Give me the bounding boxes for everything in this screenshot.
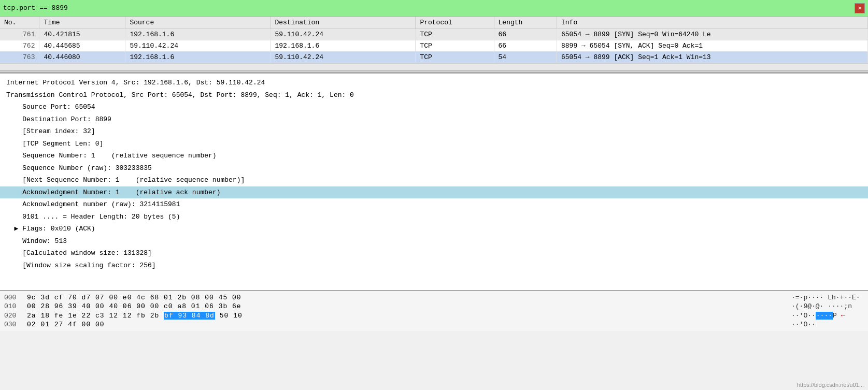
table-cell: 54 (494, 52, 557, 63)
filter-bar: tcp.port == 8899 ✕ (0, 0, 868, 17)
hex-ascii: ·=·p···· Lh·+··E· (791, 294, 864, 301)
packet-table-header: No. Time Source Destination Protocol Len… (0, 17, 868, 29)
col-protocol: Protocol (416, 17, 494, 29)
detail-line: [Window size scaling factor: 256] (0, 259, 868, 272)
watermark: https://blog.csdn.net/u01... (797, 382, 864, 388)
close-filter-button[interactable]: ✕ (855, 3, 865, 13)
detail-line: Window: 513 (0, 235, 868, 248)
detail-line: Sequence Number (raw): 303233835 (0, 162, 868, 175)
packet-detail-section: Internet Protocol Version 4, Src: 192.16… (0, 73, 868, 290)
hex-offset: 030 (4, 321, 21, 328)
table-cell: 761 (0, 29, 39, 40)
detail-line[interactable]: ▶ Flags: 0x010 (ACK) (0, 223, 868, 235)
hex-bytes: 00 28 96 39 40 00 40 06 00 00 c0 a8 01 0… (27, 302, 785, 310)
detail-line: [Calculated window size: 131328] (0, 247, 868, 259)
table-cell: TCP (416, 52, 494, 63)
hex-offset: 010 (4, 302, 21, 310)
hex-bytes: 2a 18 fe 1e 22 c3 12 12 fb 2b bf 93 84 8… (27, 312, 785, 320)
hex-ascii-highlight: ···· (816, 312, 833, 320)
detail-line: [Stream index: 32] (0, 125, 868, 138)
hex-row: 03002 01 27 4f 00 00··'O·· (0, 320, 868, 329)
detail-line: Acknowledgment Number: 1 (relative ack n… (0, 186, 868, 199)
table-cell: 59.110.42.24 (125, 40, 271, 52)
hex-ascii: ··'O·· (791, 321, 864, 328)
hex-row: 01000 28 96 39 40 00 40 06 00 00 c0 a8 0… (0, 302, 868, 311)
detail-line: Source Port: 65054 (0, 101, 868, 113)
detail-line: 0101 .... = Header Length: 20 bytes (5) (0, 211, 868, 223)
table-cell: 192.168.1.6 (125, 52, 271, 63)
table-cell: 762 (0, 40, 39, 52)
table-cell: 40.445685 (39, 40, 125, 52)
col-source: Source (125, 17, 271, 29)
hex-dump-section: 0009c 3d cf 70 d7 07 00 e0 4c 68 01 2b 0… (0, 290, 868, 331)
packet-list-scrollbar[interactable] (0, 63, 868, 70)
table-cell: TCP (416, 40, 494, 52)
table-cell: TCP (416, 29, 494, 40)
hex-ascii: ··'O······P← (791, 311, 864, 320)
detail-line: Destination Port: 8899 (0, 113, 868, 126)
table-cell: 59.110.42.24 (271, 29, 416, 40)
table-row[interactable]: 76240.44568559.110.42.24192.168.1.6TCP66… (0, 40, 868, 52)
table-cell: 65054 → 8899 [ACK] Seq=1 Ack=1 Win=13 (557, 52, 868, 63)
table-cell: 40.421815 (39, 29, 125, 40)
col-length: Length (494, 17, 557, 29)
hex-row: 0202a 18 fe 1e 22 c3 12 12 fb 2b bf 93 8… (0, 311, 868, 320)
table-cell: 763 (0, 52, 39, 63)
table-cell: 40.446080 (39, 52, 125, 63)
filter-text: tcp.port == 8899 (3, 4, 852, 12)
table-row[interactable]: 76140.421815192.168.1.659.110.42.24TCP66… (0, 29, 868, 40)
hex-row: 0009c 3d cf 70 d7 07 00 e0 4c 68 01 2b 0… (0, 293, 868, 302)
hex-rows-container: 0009c 3d cf 70 d7 07 00 e0 4c 68 01 2b 0… (0, 293, 868, 329)
red-arrow-icon: ← (841, 311, 845, 320)
detail-line: [TCP Segment Len: 0] (0, 138, 868, 150)
col-time: Time (39, 17, 125, 29)
table-cell: 8899 → 65054 [SYN, ACK] Seq=0 Ack=1 (557, 40, 868, 52)
packet-list-body: 76140.421815192.168.1.659.110.42.24TCP66… (0, 29, 868, 63)
col-info: Info (557, 17, 868, 29)
table-cell: 192.168.1.6 (125, 29, 271, 40)
hex-offset: 020 (4, 312, 21, 320)
detail-line: Internet Protocol Version 4, Src: 192.16… (0, 77, 868, 89)
detail-line: Acknowledgment number (raw): 3214115981 (0, 198, 868, 211)
hex-highlight: bf 93 84 8d (164, 312, 215, 320)
detail-line: Sequence Number: 1 (relative sequence nu… (0, 150, 868, 162)
table-cell: 59.110.42.24 (271, 52, 416, 63)
packet-list-table: No. Time Source Destination Protocol Len… (0, 17, 868, 63)
detail-line[interactable]: Transmission Control Protocol, Src Port:… (0, 89, 868, 102)
hex-offset: 000 (4, 294, 21, 301)
detail-lines-container: Internet Protocol Version 4, Src: 192.16… (0, 77, 868, 271)
hex-bytes: 9c 3d cf 70 d7 07 00 e0 4c 68 01 2b 08 0… (27, 294, 785, 301)
table-row[interactable]: 76340.446080192.168.1.659.110.42.24TCP54… (0, 52, 868, 63)
table-cell: 192.168.1.6 (271, 40, 416, 52)
detail-line: [Next Sequence Number: 1 (relative seque… (0, 174, 868, 186)
col-no: No. (0, 17, 39, 29)
hex-ascii: ·(·9@·@· ····;n (791, 302, 864, 310)
table-cell: 65054 → 8899 [SYN] Seq=0 Win=64240 Le (557, 29, 868, 40)
table-cell: 66 (494, 40, 557, 52)
table-cell: 66 (494, 29, 557, 40)
hex-bytes: 02 01 27 4f 00 00 (27, 321, 785, 328)
col-destination: Destination (271, 17, 416, 29)
